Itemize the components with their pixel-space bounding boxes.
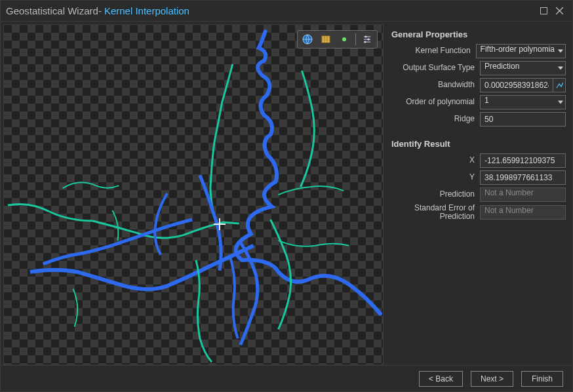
svg-point-9: [367, 38, 369, 40]
order-of-polynomial-label: Order of polynomial: [391, 98, 480, 106]
map-preview[interactable]: [3, 24, 384, 365]
window-title: Geostatistical Wizard: [6, 5, 98, 16]
order-of-polynomial-select[interactable]: 1: [480, 95, 566, 109]
svg-rect-4: [322, 36, 330, 43]
svg-rect-0: [540, 8, 547, 14]
output-surface-type-select[interactable]: Prediction: [480, 61, 566, 75]
identify-prediction-label: Prediction: [391, 190, 480, 199]
output-surface-type-label: Output Surface Type: [391, 64, 480, 72]
close-button[interactable]: [551, 3, 567, 19]
wizard-window: Geostatistical Wizard - Kernel Interpola…: [0, 0, 573, 392]
kernel-function-select[interactable]: Fifth-order polynomia: [476, 44, 566, 58]
properties-panel: General Properties Kernel Function Fifth…: [384, 22, 572, 365]
settings-button[interactable]: [360, 32, 374, 47]
ridge-input[interactable]: [480, 112, 566, 127]
interpolation-surface: [4, 25, 383, 364]
title-separator: -: [98, 5, 102, 16]
bandwidth-input[interactable]: [480, 78, 553, 92]
identify-x-label: X: [391, 156, 480, 165]
maximize-icon: [540, 7, 547, 14]
identify-y-label: Y: [391, 173, 480, 182]
back-button[interactable]: < Back: [419, 371, 463, 387]
identify-result-heading: Identify Result: [391, 139, 566, 149]
basemap-icon: [321, 34, 331, 45]
next-button[interactable]: Next >: [471, 371, 513, 387]
close-icon: [556, 7, 563, 14]
window-subtitle: Kernel Interpolation: [104, 5, 189, 16]
svg-point-11: [364, 41, 366, 43]
globe-button[interactable]: [300, 32, 315, 47]
bandwidth-label: Bandwidth: [391, 81, 480, 89]
point-sample-button[interactable]: [337, 32, 351, 47]
optimize-icon: [555, 81, 563, 89]
maximize-button[interactable]: [536, 3, 551, 19]
basemap-button[interactable]: [319, 32, 333, 47]
point-icon: [339, 34, 349, 45]
identify-x-input[interactable]: [480, 153, 566, 168]
finish-button[interactable]: Finish: [521, 371, 563, 387]
titlebar: Geostatistical Wizard - Kernel Interpola…: [1, 1, 572, 22]
wizard-footer: < Back Next > Finish: [1, 365, 572, 391]
identify-std-error-value: Not a Number: [480, 205, 566, 220]
svg-point-5: [342, 37, 346, 41]
sliders-icon: [362, 34, 372, 45]
toolbar-divider: [355, 33, 356, 45]
globe-icon: [302, 34, 313, 45]
kernel-function-label: Kernel Function: [391, 47, 476, 55]
identify-prediction-value: Not a Number: [480, 187, 566, 202]
identify-std-error-label: Standard Error of Prediction: [391, 204, 480, 221]
svg-point-7: [365, 35, 366, 37]
map-toolbar: [297, 30, 378, 49]
general-properties-heading: General Properties: [391, 29, 566, 39]
ridge-label: Ridge: [391, 115, 480, 123]
identify-y-input[interactable]: [480, 170, 566, 185]
bandwidth-optimize-button[interactable]: [553, 78, 566, 92]
